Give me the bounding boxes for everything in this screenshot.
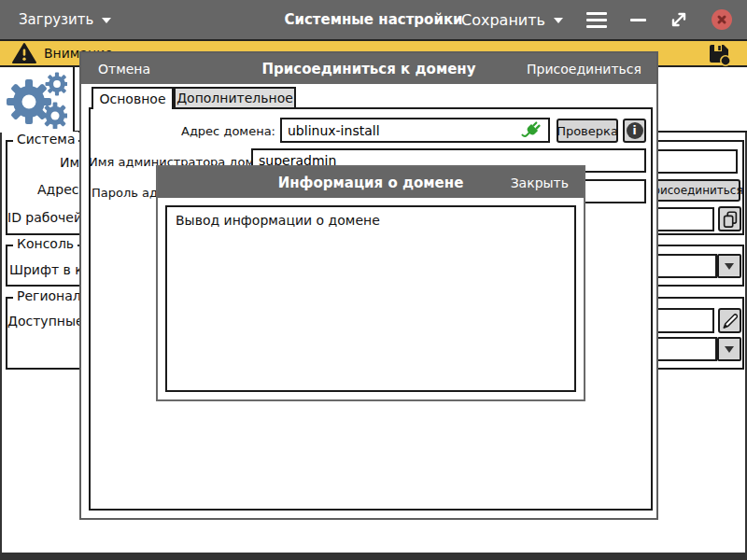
titlebar: Загрузить Системные настройки Сохранить	[0, 0, 747, 39]
cancel-button[interactable]: Отмена	[98, 62, 150, 77]
hamburger-icon	[586, 12, 607, 15]
edit-languages-button[interactable]	[718, 308, 741, 333]
close-button[interactable]	[712, 9, 732, 30]
join-button[interactable]: Присоединиться	[527, 62, 641, 77]
info-icon: i	[627, 122, 643, 139]
copy-icon	[721, 210, 740, 229]
load-button-label: Загрузить	[19, 11, 93, 28]
window-bottom-bar	[0, 553, 747, 560]
console-font-dropdown-button[interactable]	[717, 254, 741, 278]
check-button-label: Проверка	[557, 124, 618, 138]
gears-icon	[6, 71, 67, 129]
expand-arrows-icon	[673, 14, 684, 25]
join-dialog-header: Отмена Присоединиться к домену Присоедин…	[81, 53, 656, 84]
minimize-button[interactable]	[630, 19, 646, 21]
dropdown-arrow-icon	[725, 346, 734, 353]
join-dialog-title: Присоединиться к домену	[262, 61, 476, 77]
join-domain-dialog: Отмена Присоединиться к домену Присоедин…	[79, 51, 658, 520]
chevron-down-icon	[102, 18, 111, 23]
maximize-button[interactable]	[669, 10, 688, 29]
check-button[interactable]: Проверка	[557, 119, 618, 143]
regional-dropdown-button[interactable]	[717, 337, 741, 361]
domain-address-label: Адрес домена:	[89, 124, 275, 138]
domain-address-bg-label: Адрес	[37, 182, 78, 197]
domain-join-button[interactable]: рисоединиться	[655, 179, 740, 202]
system-group-legend: Система	[13, 132, 78, 147]
save-changes-icon[interactable]	[706, 41, 732, 66]
copy-button[interactable]	[718, 206, 741, 231]
chevron-down-icon	[554, 18, 563, 23]
load-button[interactable]: Загрузить	[19, 11, 111, 28]
info-close-button[interactable]: Закрыть	[511, 175, 569, 190]
menu-button[interactable]	[586, 12, 607, 28]
titlebar-actions: Сохранить	[461, 9, 732, 30]
close-x-icon	[715, 13, 728, 26]
save-button-label: Сохранить	[461, 11, 545, 29]
save-button[interactable]: Сохранить	[461, 11, 563, 29]
tab-basic[interactable]: Основное	[92, 87, 174, 109]
window-left-border	[0, 67, 2, 553]
info-dialog-title: Информация о домене	[278, 175, 464, 191]
domain-info-dialog: Информация о домене Закрыть Вывод информ…	[156, 165, 585, 401]
computer-name-label: Им	[60, 155, 79, 170]
domain-address-input[interactable]	[280, 118, 550, 143]
connection-status-plug-icon	[520, 119, 543, 142]
tab-additional[interactable]: Дополнительное	[174, 87, 296, 109]
info-dialog-header: Информация о домене Закрыть	[158, 167, 584, 198]
domain-info-output[interactable]: Вывод информации о домене	[165, 205, 576, 392]
dropdown-arrow-icon	[725, 263, 734, 270]
system-settings-screen: Загрузить Системные настройки Сохранить	[0, 0, 747, 560]
console-group-legend: Консоль	[13, 236, 78, 251]
warning-triangle-icon	[12, 42, 36, 64]
domain-join-button-label: рисоединиться	[653, 184, 742, 197]
pencil-icon	[721, 312, 740, 330]
settings-icon-box	[0, 67, 75, 133]
workstation-id-label: ID рабочей	[7, 210, 82, 225]
info-button[interactable]: i	[623, 119, 646, 143]
app-title: Системные настройки	[284, 11, 462, 28]
